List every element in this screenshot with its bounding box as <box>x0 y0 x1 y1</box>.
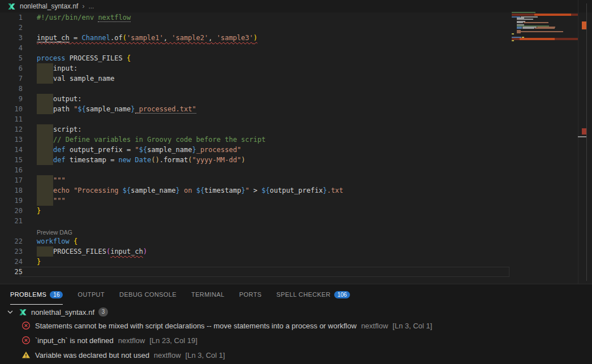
code-line-2[interactable]: 2 <box>0 23 512 33</box>
problem-row[interactable]: `input_ch` is not definednextflow[Ln 23,… <box>0 333 592 348</box>
code-line-16[interactable]: 16 <box>0 165 512 175</box>
problems-file-group[interactable]: nonlethal_syntax.nf 3 <box>0 306 592 318</box>
problem-message: Statements cannot be mixed with script d… <box>35 322 357 330</box>
editor-region: nonlethal_syntax.nf › ... 1#!/usr/bin/en… <box>0 0 592 284</box>
minimap-line <box>517 28 522 29</box>
minimap-line <box>517 22 523 23</box>
code-text: input_ch = Channel.of('sample1', 'sample… <box>37 33 257 43</box>
code-line-13[interactable]: 13// Define variables in Groovy code bef… <box>0 135 512 145</box>
problem-source: nextflow <box>118 336 145 345</box>
code-line-14[interactable]: 14def output_prefix = "${sample_name}_pr… <box>0 145 512 155</box>
code-text: def timestamp = new Date().format("yyyy-… <box>53 155 245 165</box>
code-line-1[interactable]: 1#!/usr/bin/env nextflow <box>0 12 512 23</box>
code-line-15[interactable]: 15def timestamp = new Date().format("yyy… <box>0 155 512 165</box>
line-number: 11 <box>0 114 23 124</box>
code-line-22[interactable]: 22workflow { <box>0 236 512 246</box>
panel-tab-terminal[interactable]: TERMINAL <box>191 285 224 305</box>
code-text: PROCESS_FILES(input_ch) <box>53 246 147 257</box>
panel-tab-label: PROBLEMS <box>10 291 46 298</box>
chevron-down-icon[interactable] <box>6 307 15 317</box>
code-text: #!/usr/bin/env nextflow <box>37 12 131 23</box>
code-line-5[interactable]: 5process PROCESS_FILES { <box>0 53 512 63</box>
breadcrumb-separator: › <box>82 2 84 10</box>
problems-count-badge: 3 <box>98 307 108 317</box>
code-line-23[interactable]: 23PROCESS_FILES(input_ch) <box>0 246 512 257</box>
code-line-7[interactable]: 7val sample_name <box>0 73 512 84</box>
line-number: 21 <box>0 216 23 226</box>
panel-tab-spell-checker[interactable]: SPELL CHECKER106 <box>276 285 351 305</box>
code-line-3[interactable]: 3input_ch = Channel.of('sample1', 'sampl… <box>0 33 512 43</box>
indent-highlight <box>37 246 53 257</box>
panel-tab-output[interactable]: OUTPUT <box>77 285 105 305</box>
code-line-11[interactable]: 11 <box>0 114 512 124</box>
line-number: 13 <box>0 135 23 145</box>
minimap[interactable] <box>512 0 578 284</box>
line-number: 8 <box>0 84 23 94</box>
line-number: 22 <box>0 236 23 246</box>
minimap-line <box>535 28 555 29</box>
line-number: 10 <box>0 104 23 114</box>
panel-tab-label: DEBUG CONSOLE <box>119 291 176 298</box>
problem-message: `input_ch` is not defined <box>35 336 114 345</box>
line-number: 2 <box>0 23 23 33</box>
current-line-highlight <box>20 267 509 277</box>
code-line-21[interactable]: 21 <box>0 216 512 226</box>
breadcrumb-more[interactable]: ... <box>88 2 94 10</box>
code-line-10[interactable]: 10path "${sample_name}_processed.txt" <box>0 104 512 114</box>
line-number: 24 <box>0 257 23 267</box>
problem-source: nextflow <box>154 351 181 359</box>
panel-tab-bar: PROBLEMS16OUTPUTDEBUG CONSOLETERMINALPOR… <box>0 285 592 305</box>
vscode-window: nonlethal_syntax.nf › ... 1#!/usr/bin/en… <box>0 0 592 364</box>
code-text: // Define variables in Groovy code befor… <box>53 135 266 145</box>
problem-location: [Ln 23, Col 19] <box>149 336 197 345</box>
code-line-18[interactable]: 18echo "Processing ${sample_name} on ${t… <box>0 185 512 196</box>
code-text: workflow { <box>37 236 77 246</box>
code-line-9[interactable]: 9output: <box>0 94 512 104</box>
code-line-24[interactable]: 24} <box>0 257 512 267</box>
breadcrumb[interactable]: nonlethal_syntax.nf › ... <box>0 0 592 12</box>
line-number: 9 <box>0 94 23 104</box>
minimap-line <box>517 19 533 20</box>
nextflow-file-icon <box>19 308 27 317</box>
problem-location: [Ln 3, Col 1] <box>185 351 225 359</box>
code-line-4[interactable]: 4 <box>0 43 512 53</box>
code-line-20[interactable]: 20} <box>0 206 512 216</box>
code-line-25[interactable]: 25 <box>0 267 512 277</box>
indent-highlight <box>37 155 53 165</box>
code-text: output: <box>53 94 82 104</box>
line-number: 1 <box>0 12 23 23</box>
indent-highlight <box>37 104 53 114</box>
code-line-12[interactable]: 12script: <box>0 124 512 135</box>
line-number: 7 <box>0 73 23 84</box>
code-editor[interactable]: 1#!/usr/bin/env nextflow23input_ch = Cha… <box>0 12 512 277</box>
code-line-6[interactable]: 6input: <box>0 63 512 73</box>
panel-tab-ports[interactable]: PORTS <box>239 285 262 305</box>
indent-highlight <box>37 63 53 73</box>
indent-highlight <box>37 145 53 155</box>
panel-tab-debug-console[interactable]: DEBUG CONSOLE <box>119 285 176 305</box>
problem-row[interactable]: Statements cannot be mixed with script d… <box>0 318 592 333</box>
minimap-line <box>524 22 548 23</box>
indent-highlight <box>37 135 53 145</box>
indent-highlight <box>37 175 53 185</box>
problems-filename: nonlethal_syntax.nf <box>31 308 94 317</box>
panel-tab-problems[interactable]: PROBLEMS16 <box>10 285 63 305</box>
overview-ruler-marker <box>582 128 586 135</box>
breadcrumb-filename[interactable]: nonlethal_syntax.nf <box>20 2 78 10</box>
overview-ruler-marker <box>582 21 586 29</box>
code-text: """ <box>53 175 66 185</box>
minimap-line <box>512 12 535 13</box>
editor-edge-line <box>578 0 578 284</box>
code-line-19[interactable]: 19""" <box>0 196 512 206</box>
line-number: 12 <box>0 124 23 135</box>
codelens-preview-dag[interactable]: Preview DAG <box>0 226 512 236</box>
code-text: input: <box>53 63 77 73</box>
problem-message: Variable was declared but not used <box>35 351 149 359</box>
line-number: 20 <box>0 206 23 216</box>
code-line-8[interactable]: 8 <box>0 84 512 94</box>
code-text: def output_prefix = "${sample_name}_proc… <box>53 145 241 155</box>
line-number: 16 <box>0 165 23 175</box>
minimap-line <box>534 14 571 16</box>
problem-row[interactable]: Variable was declared but not usednextfl… <box>0 348 592 362</box>
code-line-17[interactable]: 17""" <box>0 175 512 185</box>
